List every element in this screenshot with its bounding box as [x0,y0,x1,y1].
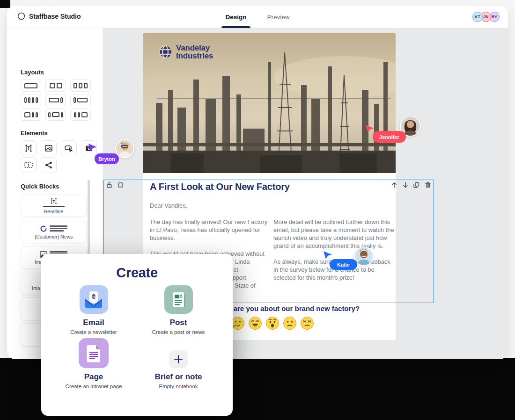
share-element-icon [45,161,52,169]
move-up-icon[interactable] [390,181,397,188]
unlock-icon[interactable] [106,181,113,188]
headline-block-icon: T [49,198,59,204]
layout-option-narrow-wide[interactable] [70,94,91,106]
collaborator-kt[interactable]: KT [472,12,483,22]
svg-text:@: @ [92,292,96,299]
svg-text:T: T [52,199,55,203]
vandelay-globe-icon [158,45,172,59]
collaborator-avatars: KT JN BY [474,12,500,22]
move-down-icon[interactable] [402,181,409,188]
layout-option-three-cols[interactable] [70,80,91,92]
survey-reactions [231,316,314,330]
emoji-laughing[interactable] [248,316,262,330]
layout-option-narrow-wide-narrow[interactable] [45,109,66,121]
layout-option-box-two-narrow[interactable] [21,109,41,121]
top-bar: Staffbase Studio Design Preview KT JN BY [7,6,508,28]
svg-text:I: I [28,163,29,167]
bryton-pointer-icon [87,142,98,153]
post-option-icon [164,285,193,314]
element-button-button[interactable] [61,140,77,156]
customer-news-icon [40,225,67,232]
screen: Staffbase Studio Design Preview KT JN BY… [0,0,515,420]
create-option-brief[interactable]: Brief or note Empty notebook [136,338,221,389]
duplicate-icon[interactable] [413,181,420,188]
delete-icon[interactable] [424,181,431,188]
block-left-controls [106,181,124,188]
email-option-description: Create a newsletter [70,329,117,335]
email-option-label: Email [83,318,104,327]
svg-text:T: T [27,146,30,151]
tab-design[interactable]: Design [225,6,246,28]
emoji-angry[interactable] [300,316,314,330]
block-toolbar [390,181,431,188]
element-image-button[interactable] [41,140,57,156]
katie-pointer-icon [322,250,333,261]
block-frame-icon[interactable] [117,181,124,188]
layout-option-full[interactable] [21,80,41,92]
page-option-description: Create an intranet page [66,384,122,389]
vandelay-logo: Vandelay Industries [158,44,213,60]
spacer-element-icon: I [24,161,33,169]
tab-preview[interactable]: Preview [267,6,290,28]
create-option-page[interactable]: Page Create an intranet page [52,338,136,389]
brief-option-description: Empty notebook [159,384,198,389]
create-option-post[interactable]: Post Create a post or news [136,284,221,335]
emoji-surprised[interactable] [265,316,280,330]
image-element-icon [44,144,53,152]
layout-option-two-narrow-box[interactable] [70,109,91,121]
quick-block-headline[interactable]: T Headline [21,195,87,217]
create-option-email[interactable]: @ Email Create a newsletter [52,284,136,335]
layouts-heading: Layouts [21,69,44,76]
brand-line-2: Industries [176,52,213,60]
quick-block-customer-news[interactable]: {Customer} News [21,221,87,243]
bryton-name-pill: Bryton [95,153,119,164]
quick-block-label: Headline [44,209,63,214]
create-modal: Create @ Email Create a newsletter [41,254,233,416]
page-option-icon [79,338,109,368]
katie-name-pill: Katie [330,259,357,270]
emoji-thinking[interactable] [231,316,245,330]
email-option-icon: @ [80,285,108,314]
text-element-icon: T [24,144,33,152]
quick-block-label: Ima [32,285,40,291]
brief-option-label: Brief or note [154,372,202,382]
layout-option-wide-narrow[interactable] [45,94,66,106]
element-text-button[interactable]: T [21,140,37,156]
elements-heading: Elements [21,130,48,137]
button-element-icon [64,144,74,152]
element-share-button[interactable] [41,157,57,173]
post-option-description: Create a post or news [152,329,205,335]
layout-option-two-cols[interactable] [45,80,66,92]
page-option-label: Page [84,372,103,382]
layout-option-four-cols[interactable] [21,94,41,106]
bryton-avatar [115,139,134,158]
post-option-label: Post [170,318,187,327]
jennifer-name-pill: Jennifer [373,131,406,143]
element-spacer-button[interactable]: I [21,157,37,173]
brief-option-icon [169,350,188,368]
mode-tabs: Design Preview [7,6,508,28]
headline-underline [43,206,65,207]
emoji-sad[interactable] [283,316,297,330]
quick-block-label: {Customer} News [35,234,73,239]
quick-blocks-heading: Quick Blocks [21,183,59,190]
create-modal-title: Create [41,265,233,281]
brand-line-1: Vandelay [176,44,213,52]
background-corner-square [0,0,10,8]
